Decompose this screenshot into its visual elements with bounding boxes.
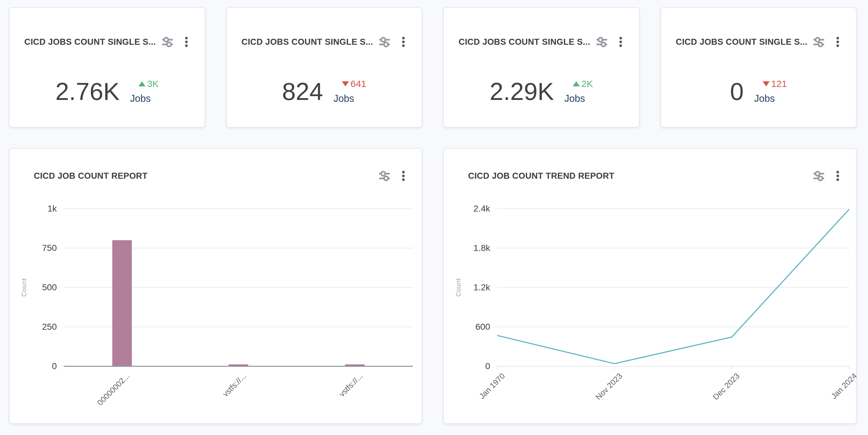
x-tick-label: 00000002... — [96, 371, 131, 407]
delta-row: 2K — [573, 78, 593, 89]
x-tick-label: Dec 2023 — [711, 371, 741, 402]
metric-unit: Jobs — [754, 93, 775, 104]
x-axis-line — [64, 366, 413, 367]
metric-value: 824 — [282, 79, 323, 104]
y-tick-label: 0 — [485, 361, 490, 371]
line-chart: 06001.2k1.8k2.4kJan 1970Nov 2023Dec 2023… — [497, 209, 849, 366]
y-tick-label: 0 — [52, 361, 57, 371]
delta-block: 641 Jobs — [333, 78, 366, 104]
x-axis-line — [497, 366, 849, 367]
filter-sliders-icon[interactable] — [812, 170, 825, 182]
delta-value: 121 — [771, 78, 787, 89]
card-actions — [812, 36, 840, 48]
y-tick-label: 1k — [47, 204, 57, 214]
kebab-menu-icon[interactable] — [402, 170, 405, 182]
delta-value: 2K — [581, 78, 593, 89]
kebab-menu-icon[interactable] — [402, 36, 405, 48]
delta-row: 641 — [342, 78, 366, 89]
stat-card: CICD JOBS COUNT SINGLE S... 824 641 Jobs — [226, 7, 423, 128]
metric-unit: Jobs — [130, 93, 150, 104]
trend-chart-panel: CICD JOB COUNT TREND REPORT Count 06001.… — [443, 148, 857, 424]
metric-unit: Jobs — [333, 93, 354, 104]
card-header: CICD JOBS COUNT SINGLE S... — [24, 36, 188, 48]
card-actions — [595, 36, 623, 48]
y-tick-label: 750 — [42, 243, 57, 253]
card-title: CICD JOBS COUNT SINGLE S... — [459, 37, 595, 47]
filter-sliders-icon[interactable] — [378, 36, 391, 48]
stat-card: CICD JOBS COUNT SINGLE S... 0 121 Jobs — [660, 7, 857, 128]
card-actions — [161, 36, 188, 48]
x-tick-label: Nov 2023 — [594, 371, 624, 402]
y-axis-title: Count — [455, 278, 462, 297]
trend-line[interactable] — [497, 209, 849, 366]
stat-cards-row: CICD JOBS COUNT SINGLE S... 2.76K 3K Job… — [9, 7, 857, 128]
delta-block: 3K Jobs — [130, 78, 159, 104]
card-body: 2.76K 3K Jobs — [9, 71, 205, 112]
x-tick-label: vstfs://... — [221, 371, 248, 398]
card-title: CICD JOBS COUNT SINGLE S... — [676, 37, 813, 47]
panel-actions — [812, 170, 840, 182]
kebab-menu-icon[interactable] — [619, 36, 623, 48]
stat-card: CICD JOBS COUNT SINGLE S... 2.29K 2K Job… — [443, 7, 640, 128]
y-tick-label: 1.8k — [473, 243, 490, 253]
x-tick-label: Jan 2024 — [829, 371, 859, 401]
delta-row: 3K — [138, 78, 159, 89]
filter-sliders-icon[interactable] — [812, 36, 825, 48]
stat-card: CICD JOBS COUNT SINGLE S... 2.76K 3K Job… — [9, 7, 205, 128]
kebab-menu-icon[interactable] — [836, 170, 840, 182]
chart-panels-row: CICD JOB COUNT REPORT Count 02505007501k… — [9, 148, 857, 424]
card-header: CICD JOBS COUNT SINGLE S... — [242, 36, 406, 48]
x-axis-tick — [497, 366, 497, 369]
gridline — [64, 208, 413, 209]
kebab-menu-icon[interactable] — [836, 36, 840, 48]
delta-value: 3K — [147, 78, 159, 89]
delta-row: 121 — [763, 78, 787, 89]
card-body: 0 121 Jobs — [661, 71, 856, 112]
trend-up-icon — [573, 81, 580, 87]
x-tick-label: Jan 1970 — [477, 371, 506, 401]
y-tick-label: 250 — [42, 322, 57, 332]
y-tick-label: 1.2k — [473, 282, 490, 293]
filter-sliders-icon[interactable] — [161, 36, 174, 48]
y-tick-label: 500 — [42, 282, 57, 293]
card-body: 2.29K 2K Jobs — [444, 71, 639, 112]
card-header: CICD JOBS COUNT SINGLE S... — [459, 36, 623, 48]
bar-chart: 02505007501k00000002...vstfs://...vstfs:… — [64, 209, 413, 366]
panel-actions — [378, 170, 405, 182]
card-title: CICD JOBS COUNT SINGLE S... — [24, 37, 161, 47]
kebab-menu-icon[interactable] — [185, 36, 188, 48]
delta-block: 121 Jobs — [754, 78, 787, 104]
metric-value: 2.29K — [490, 79, 554, 104]
trend-down-icon — [342, 81, 349, 87]
delta-value: 641 — [350, 78, 366, 89]
panel-title: CICD JOB COUNT REPORT — [34, 171, 378, 181]
y-tick-label: 2.4k — [473, 204, 490, 214]
x-axis-tick — [732, 366, 732, 369]
bar[interactable] — [112, 240, 132, 366]
y-axis-title: Count — [20, 278, 28, 297]
metric-unit: Jobs — [564, 93, 585, 104]
x-axis-tick — [614, 366, 615, 369]
card-body: 824 641 Jobs — [227, 71, 422, 112]
trend-down-icon — [763, 81, 770, 87]
card-actions — [378, 36, 405, 48]
filter-sliders-icon[interactable] — [378, 170, 391, 182]
panel-header: CICD JOB COUNT TREND REPORT — [468, 170, 840, 182]
panel-title: CICD JOB COUNT TREND REPORT — [468, 171, 812, 181]
x-tick-label: vstfs://... — [337, 371, 364, 398]
bar-chart-panel: CICD JOB COUNT REPORT Count 02505007501k… — [9, 148, 422, 424]
metric-value: 0 — [730, 79, 744, 104]
trend-up-icon — [138, 81, 146, 87]
card-title: CICD JOBS COUNT SINGLE S... — [242, 37, 378, 47]
filter-sliders-icon[interactable] — [595, 36, 608, 48]
metric-value: 2.76K — [55, 79, 120, 104]
x-axis-tick — [849, 366, 849, 369]
card-header: CICD JOBS COUNT SINGLE S... — [676, 36, 840, 48]
panel-header: CICD JOB COUNT REPORT — [34, 170, 405, 182]
delta-block: 2K Jobs — [564, 78, 593, 104]
y-tick-label: 600 — [475, 322, 490, 332]
